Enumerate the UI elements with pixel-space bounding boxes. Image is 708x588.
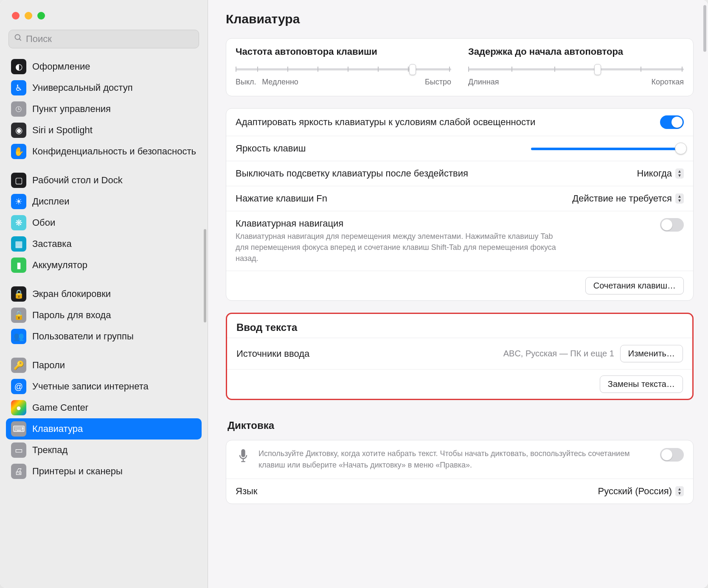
sidebar-item-label: Учетные записи интернета xyxy=(32,381,149,392)
sidebar-item-label: Универсальный доступ xyxy=(32,82,133,93)
keyboard-shortcuts-button[interactable]: Сочетания клавиш… xyxy=(585,277,684,294)
sidebar-scrollbar[interactable] xyxy=(204,229,206,322)
kb-nav-toggle[interactable] xyxy=(660,218,684,232)
dictation-panel: Используйте Диктовку, когда хотите набра… xyxy=(226,440,694,504)
delay-max: Короткая xyxy=(652,78,684,87)
brightness-auto-label: Адаптировать яркость клавиатуры к услови… xyxy=(236,117,535,128)
key-brightness-slider[interactable] xyxy=(531,143,684,154)
sidebar-item-учетные-записи-интернета[interactable]: @Учетные записи интернета xyxy=(6,376,202,397)
sidebar: Поиск ◐Оформление♿︎Универсальный доступ⌚… xyxy=(0,0,208,588)
delay-label: Задержка до начала автоповтора xyxy=(468,46,684,57)
sidebar-item-клавиатура[interactable]: ⌨︎Клавиатура xyxy=(6,418,202,440)
key-repeat-mid: Медленно xyxy=(262,78,298,87)
content-scrollbar[interactable] xyxy=(703,5,706,52)
backlight-off-select[interactable]: Никогда ▲▼ xyxy=(637,168,684,179)
search-input[interactable]: Поиск xyxy=(8,30,199,48)
sidebar-item-label: Game Center xyxy=(32,402,88,413)
dictation-lang-label: Язык xyxy=(236,486,257,497)
sidebar-icon: ▢ xyxy=(11,173,26,188)
main-content: Клавиатура Частота автоповтора клавиши xyxy=(208,0,708,588)
sidebar-icon: ♿︎ xyxy=(11,80,26,95)
sidebar-icon: ▦ xyxy=(11,236,26,252)
sidebar-item-label: Пароль для входа xyxy=(32,310,111,321)
search-placeholder: Поиск xyxy=(26,34,52,45)
sidebar-item-game-center[interactable]: ●Game Center xyxy=(6,397,202,418)
sidebar-icon: 🔑 xyxy=(11,358,26,373)
sidebar-item-рабочий-стол-и-dock[interactable]: ▢Рабочий стол и Dock xyxy=(6,170,202,191)
sidebar-item-принтеры-и-сканеры[interactable]: 🖨︎Принтеры и сканеры xyxy=(6,461,202,482)
sidebar-item-label: Пользователи и группы xyxy=(32,331,134,342)
sidebar-item-label: Siri и Spotlight xyxy=(32,125,93,136)
sidebar-item-заставка[interactable]: ▦Заставка xyxy=(6,233,202,255)
dictation-lang-select[interactable]: Русский (Россия) ▲▼ xyxy=(598,486,684,497)
dictation-desc: Используйте Диктовку, когда хотите набра… xyxy=(258,448,652,471)
sidebar-icon: ◉ xyxy=(11,123,26,138)
key-repeat-label: Частота автоповтора клавиши xyxy=(236,46,451,57)
sidebar-icon: 👥 xyxy=(11,329,26,344)
chevron-up-down-icon: ▲▼ xyxy=(675,168,684,179)
sidebar-item-siri-и-spotlight[interactable]: ◉Siri и Spotlight xyxy=(6,120,202,141)
dictation-toggle[interactable] xyxy=(660,448,684,462)
sidebar-icon: ▭ xyxy=(11,442,26,458)
delay-min: Длинная xyxy=(468,78,499,87)
sidebar-item-label: Пункт управления xyxy=(32,104,111,115)
text-replacement-button[interactable]: Замены текста… xyxy=(600,375,683,393)
svg-rect-2 xyxy=(241,449,245,457)
sidebar-item-трекпад[interactable]: ▭Трекпад xyxy=(6,440,202,461)
kb-nav-desc: Клавиатурная навигация для перемещения м… xyxy=(236,231,558,264)
minimize-window-button[interactable] xyxy=(25,12,32,20)
sidebar-icon: @ xyxy=(11,379,26,394)
dictation-title: Диктовка xyxy=(226,412,694,436)
sidebar-item-дисплеи[interactable]: ☀︎Дисплеи xyxy=(6,191,202,212)
sidebar-icon: 🖨︎ xyxy=(11,464,26,479)
sidebar-item-label: Принтеры и сканеры xyxy=(32,466,123,477)
sidebar-item-пользователи-и-группы[interactable]: 👥Пользователи и группы xyxy=(6,326,202,347)
input-sources-edit-button[interactable]: Изменить… xyxy=(620,345,683,362)
sidebar-item-пароли[interactable]: 🔑Пароли xyxy=(6,355,202,376)
text-input-title: Ввод текста xyxy=(227,314,692,338)
zoom-window-button[interactable] xyxy=(37,12,45,20)
key-repeat-slider[interactable] xyxy=(236,63,451,75)
sidebar-item-обои[interactable]: ❋Обои xyxy=(6,212,202,233)
close-window-button[interactable] xyxy=(12,12,20,20)
sidebar-icon: ◐ xyxy=(11,59,26,74)
fn-key-label: Нажатие клавиши Fn xyxy=(236,193,327,204)
sidebar-item-label: Конфиденциальность и безопасность xyxy=(32,146,196,157)
sidebar-item-label: Рабочий стол и Dock xyxy=(32,175,123,186)
svg-point-0 xyxy=(15,35,20,40)
fn-key-select[interactable]: Действие не требуется ▲▼ xyxy=(572,193,684,204)
sidebar-item-пункт-управления[interactable]: ⌚︎Пункт управления xyxy=(6,98,202,120)
sidebar-item-label: Экран блокировки xyxy=(32,288,111,300)
key-repeat-min: Выкл. xyxy=(236,78,256,87)
sidebar-icon: 🔒 xyxy=(11,286,26,302)
repeat-panel: Частота автоповтора клавиши Выкл. xyxy=(226,38,694,96)
sidebar-item-label: Обои xyxy=(32,217,55,228)
keyboard-settings-panel: Адаптировать яркость клавиатуры к услови… xyxy=(226,108,694,301)
sidebar-item-конфиденциальность-и-безопасность[interactable]: ✋Конфиденциальность и безопасность xyxy=(6,141,202,162)
sidebar-item-label: Клавиатура xyxy=(32,423,83,434)
sidebar-icon: ● xyxy=(11,400,26,415)
sidebar-item-оформление[interactable]: ◐Оформление xyxy=(6,56,202,77)
svg-line-1 xyxy=(20,39,21,41)
sidebar-item-пароль-для-входа[interactable]: 🔒Пароль для входа xyxy=(6,305,202,326)
search-icon xyxy=(14,34,22,45)
window-controls xyxy=(0,9,208,26)
sidebar-icon: ☀︎ xyxy=(11,194,26,209)
sidebar-item-аккумулятор[interactable]: ▮Аккумулятор xyxy=(6,255,202,276)
sidebar-icon: 🔒 xyxy=(11,308,26,323)
brightness-auto-toggle[interactable] xyxy=(660,115,684,129)
sidebar-item-label: Трекпад xyxy=(32,445,67,456)
sidebar-item-экран-блокировки[interactable]: 🔒Экран блокировки xyxy=(6,283,202,305)
key-brightness-label: Яркость клавиш xyxy=(236,143,306,154)
sidebar-icon: ⌨︎ xyxy=(11,421,26,437)
backlight-off-label: Выключать подсветку клавиатуры после без… xyxy=(236,168,468,179)
sidebar-item-label: Дисплеи xyxy=(32,196,69,207)
input-sources-label: Источники ввода xyxy=(236,348,309,359)
mic-icon xyxy=(236,448,251,463)
kb-nav-label: Клавиатурная навигация xyxy=(236,218,558,229)
sidebar-item-label: Оформление xyxy=(32,61,90,72)
sidebar-item-универсальный-доступ[interactable]: ♿︎Универсальный доступ xyxy=(6,77,202,98)
delay-slider[interactable] xyxy=(468,63,684,75)
input-sources-value: ABC, Русская — ПК и еще 1 xyxy=(503,349,614,358)
sidebar-item-label: Аккумулятор xyxy=(32,260,87,271)
